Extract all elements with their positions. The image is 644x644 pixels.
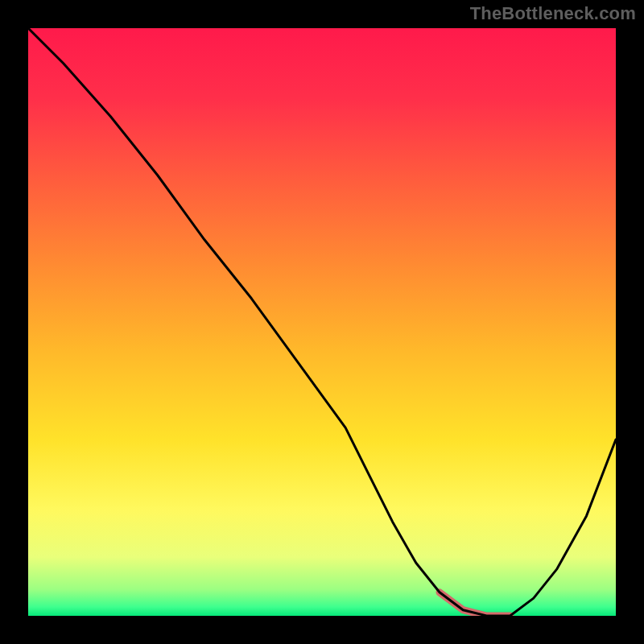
chart-frame: TheBottleneck.com (0, 0, 644, 644)
chart-canvas (28, 28, 616, 616)
plot-area (28, 28, 616, 616)
heat-gradient-bg (28, 28, 616, 616)
watermark-text: TheBottleneck.com (470, 3, 636, 24)
